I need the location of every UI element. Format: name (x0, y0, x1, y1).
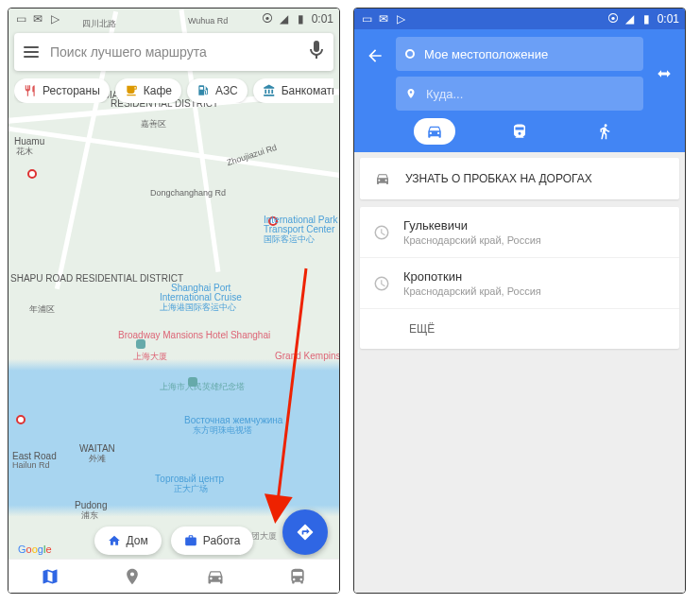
map-label-poi: 上海大厦 (133, 351, 167, 363)
status-bar: ▭ ✉ ▷ ⦿ ◢ ▮ 0:01 (9, 9, 339, 29)
category-chips: Рестораны Кафе АЗС Банкоматы (14, 78, 333, 103)
map-label-poi: Grand Kempinski (275, 351, 340, 361)
more-button[interactable]: ЕЩЁ (360, 309, 679, 349)
map-label-poi: 上海港国际客运中心 (160, 302, 236, 314)
search-bar[interactable]: Поиск лучшего маршрута (14, 33, 333, 71)
home-label: Дом (127, 534, 148, 547)
dest-placeholder: Куда... (426, 87, 463, 101)
car-icon (373, 171, 392, 186)
bank-icon (263, 84, 276, 97)
map-label: 年浦区 (29, 303, 55, 316)
phone-map-screen: JIAXING ROAD RESIDENTIAL DISTRICT 嘉善区 四川… (8, 8, 340, 594)
chip-atm[interactable]: Банкоматы (253, 78, 333, 103)
chip-restaurants[interactable]: Рестораны (14, 78, 110, 103)
work-label: Работа (203, 534, 241, 547)
travel-mode-row (354, 111, 685, 152)
swap-icon (656, 65, 673, 82)
mode-drive[interactable] (414, 118, 455, 145)
chat-icon: ✉ (31, 12, 44, 26)
pin-icon (405, 86, 417, 101)
cup-icon (125, 84, 138, 97)
menu-icon[interactable] (24, 46, 39, 58)
history-item[interactable]: Гулькевичи Краснодарский край, Россия (360, 207, 679, 258)
mode-transit[interactable] (499, 118, 540, 145)
battery-icon: ▮ (640, 12, 654, 26)
origin-field[interactable]: Мое местоположение (396, 37, 643, 71)
fuel-icon (196, 84, 210, 97)
cast-icon: ▷ (394, 12, 407, 26)
directions-header: ▭ ✉ ▷ ⦿ ◢ ▮ 0:01 Мое местоположение (354, 9, 685, 152)
train-icon (511, 123, 528, 140)
phone-directions-screen: ▭ ✉ ▷ ⦿ ◢ ▮ 0:01 Мое местоположение (353, 8, 686, 594)
map-label-cn: 嘉善区 (141, 118, 166, 130)
origin-dot-icon (405, 49, 415, 59)
home-icon (108, 534, 121, 547)
origin-text: Мое местоположение (424, 47, 548, 61)
chip-cafe[interactable]: Кафе (115, 78, 181, 103)
work-chip[interactable]: Работа (171, 526, 254, 555)
chip-label: Кафе (144, 84, 172, 97)
chat-icon: ✉ (377, 12, 390, 26)
map-label-poi: 东方明珠电视塔 (193, 424, 252, 437)
back-button[interactable] (362, 37, 388, 111)
directions-icon (296, 523, 315, 542)
history-sub: Краснодарский край, Россия (403, 234, 541, 246)
notif-icon: ▭ (360, 12, 373, 26)
map-label-poi: 正大广场 (174, 483, 208, 495)
mic-icon[interactable] (309, 41, 324, 63)
clock-icon (373, 275, 390, 292)
location-icon: ⦿ (606, 12, 620, 26)
map-label: SHAPU ROAD RESIDENTIAL DISTRICT (10, 273, 91, 284)
swap-button[interactable] (651, 37, 677, 111)
nav-transit[interactable] (257, 560, 340, 593)
walk-icon (596, 123, 613, 140)
chip-label: Банкоматы (282, 84, 333, 97)
fork-icon (24, 84, 37, 97)
map-label: 外滩 (89, 453, 106, 465)
status-bar: ▭ ✉ ▷ ⦿ ◢ ▮ 0:01 (354, 9, 685, 29)
cast-icon: ▷ (48, 12, 61, 26)
map-label: Hailun Rd (12, 460, 50, 470)
nav-drive[interactable] (174, 560, 257, 593)
notif-icon: ▭ (14, 12, 27, 26)
traffic-label: УЗНАТЬ О ПРОБКАХ НА ДОРОГАХ (405, 172, 592, 185)
map-label-poi: 上海市人民英雄纪念塔 (160, 381, 245, 393)
more-label: ЕЩЁ (409, 322, 435, 336)
arrow-left-icon (366, 46, 384, 65)
map-label-poi: 国际客运中心 (264, 233, 315, 246)
status-time: 0:01 (312, 12, 333, 26)
map-label-poi: Broadway Mansions Hotel Shanghai (118, 330, 213, 340)
search-placeholder: Поиск лучшего маршрута (50, 44, 298, 60)
directions-fab[interactable] (282, 509, 328, 555)
chip-label: АЗС (215, 84, 238, 97)
nav-saved[interactable] (92, 560, 175, 593)
history-title: Гулькевичи (403, 218, 541, 233)
map-label: Dongchanghang Rd (150, 188, 226, 198)
location-icon: ⦿ (261, 12, 274, 26)
mode-walk[interactable] (584, 118, 625, 145)
car-icon (426, 123, 443, 140)
map-label: 花木 (16, 146, 33, 158)
history-item[interactable]: Кропоткин Краснодарский край, Россия (360, 258, 679, 309)
traffic-card[interactable]: УЗНАТЬ О ПРОБКАХ НА ДОРОГАХ (360, 158, 679, 199)
battery-icon: ▮ (295, 12, 308, 26)
nav-explore[interactable] (9, 560, 92, 593)
chip-gas[interactable]: АЗС (187, 78, 248, 103)
signal-icon: ◢ (278, 12, 291, 26)
history-list: Гулькевичи Краснодарский край, Россия Кр… (360, 207, 679, 349)
home-chip[interactable]: Дом (94, 526, 162, 555)
clock-icon (373, 224, 390, 241)
map-label: 浦东 (81, 509, 98, 522)
briefcase-icon (184, 534, 197, 547)
destination-field[interactable]: Куда... (396, 77, 643, 111)
history-title: Кропоткин (403, 269, 541, 284)
chip-label: Рестораны (43, 84, 100, 97)
status-time: 0:01 (657, 12, 679, 26)
signal-icon: ◢ (623, 12, 637, 26)
content-area: УЗНАТЬ О ПРОБКАХ НА ДОРОГАХ Гулькевичи К… (354, 152, 685, 593)
bottom-nav (9, 559, 339, 593)
history-sub: Краснодарский край, Россия (403, 285, 541, 297)
